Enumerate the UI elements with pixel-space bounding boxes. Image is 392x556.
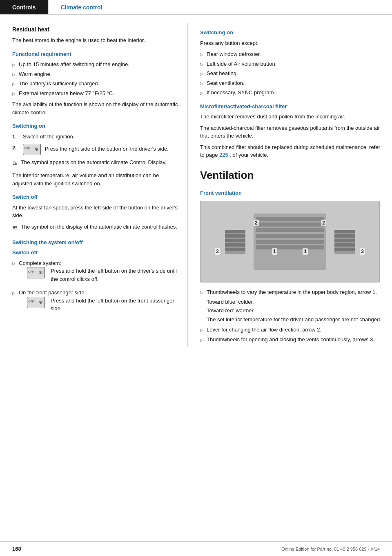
vent-label-3-right: 3 (360, 248, 365, 255)
step-1-text: Switch off the ignition. (23, 133, 74, 141)
complete-system-block: Complete system: Press and hold the left… (19, 259, 179, 287)
vent-sub-items: Toward blue: colder. Toward red: warmer.… (207, 298, 381, 324)
front-passenger-block: On the front passenger side: Press and h… (19, 289, 179, 316)
switching-on-right-title: Switching on (200, 29, 384, 37)
vent-bullet-3: Thumbwheels for opening and closing the … (207, 336, 374, 344)
set-interior: The set interior temperature for the dri… (207, 316, 381, 324)
vent-label-3-left: 3 (215, 248, 220, 255)
switching-item-2: Left side of Air volume button. (207, 60, 276, 68)
microfilter-section: Microfilter/activated-charcoal filter Th… (200, 102, 384, 159)
microfilter-title: Microfilter/activated-charcoal filter (200, 102, 384, 111)
toward-blue: Toward blue: colder. (207, 298, 381, 306)
vent-label-2-right: 2 (321, 220, 326, 226)
symbol-icon: ≋ (12, 223, 18, 233)
functional-req-list: ▷ Up to 15 minutes after switching off t… (12, 60, 179, 97)
step-number: 1. (12, 133, 19, 141)
vent-bullet-1-block: Thumbwheels to vary the temperature in t… (207, 288, 381, 324)
complete-system-sub: Press and hold the left button on the dr… (27, 267, 179, 283)
tab-climate-control[interactable]: Climate control (49, 0, 115, 14)
microfilter-para2: The activated-charcoal filter removes ga… (200, 124, 384, 140)
right-column: Switching on Press any button except: ▷ … (188, 23, 392, 347)
vent-bullet-2: Lever for changing the air flow directio… (207, 326, 321, 334)
main-content: Residual heat The heat stored in the eng… (0, 15, 392, 347)
list-item: ▷ Thumbwheels to vary the temperature in… (200, 288, 384, 324)
func-item-3: The battery is sufficiently charged. (19, 80, 99, 88)
bullet-arrow-icon: ▷ (200, 327, 203, 333)
switching-item-1: Rear window defroster. (207, 50, 261, 58)
thumbwheel-left (225, 230, 245, 254)
switch-off-title: Switch off (12, 193, 179, 201)
bullet-arrow-icon: ▷ (12, 260, 16, 267)
front-ventilation-title: Front ventilation (200, 189, 384, 197)
list-item: ▷ Thumbwheels for opening and closing th… (200, 336, 384, 344)
residual-heat-section: Residual heat The heat stored in the eng… (12, 25, 179, 44)
button-icon (23, 144, 41, 155)
bullet-arrow-icon: ▷ (200, 337, 203, 343)
tab-climate-label: Climate control (61, 4, 102, 11)
tab-controls-label: Controls (12, 4, 36, 11)
microfilter-para3-end: , of your vehicle. (229, 152, 268, 158)
bullet-arrow-icon: ▷ (12, 71, 16, 78)
list-item: 1. Switch off the ignition. (12, 133, 179, 141)
left-column: Residual heat The heat stored in the eng… (0, 23, 188, 347)
switching-item-4: Seat ventilation. (207, 79, 245, 87)
note-symbol-text: The symbol appears on the automatic clim… (21, 158, 167, 167)
list-item: ▷ On the front passenger side: Press and… (12, 289, 179, 316)
symbol-note-text: The symbol on the display of the automat… (21, 223, 177, 231)
note-symbol-line: ≋ The symbol appears on the automatic cl… (12, 158, 179, 168)
button-icon-sub (27, 267, 47, 278)
list-item: ▷ Seat heating. (200, 69, 384, 78)
switching-on-intro: Press any button except: (200, 39, 384, 47)
bullet-arrow-icon: ▷ (12, 91, 16, 97)
residual-heat-title: Residual heat (12, 25, 179, 34)
func-item-4: External temperature below 77 °F/25 °C. (19, 89, 114, 98)
switching-item-5: If necessary, SYNC program. (207, 89, 275, 97)
switching-item-3: Seat heating. (207, 69, 238, 78)
step-number: 2. (12, 144, 19, 152)
vent-bullet-list: ▷ Thumbwheels to vary the temperature in… (200, 288, 384, 343)
toward-red: Toward red: warmer. (207, 307, 381, 315)
vent-label-1-left: 1 (272, 248, 277, 255)
front-passenger-text: Press and hold the left button on the fr… (51, 297, 179, 313)
vent-bullet-1-text: Thumbwheels to vary the temperature in t… (207, 289, 377, 295)
switching-system-title: Switching the system on/off (12, 238, 179, 247)
list-item: ▷ External temperature below 77 °F/25 °C… (12, 89, 179, 98)
microfilter-para1: The microfilter removes dust and pollen … (200, 113, 384, 121)
list-item: ▷ If necessary, SYNC program. (200, 89, 384, 97)
ventilation-section: Ventilation Front ventilation (200, 167, 384, 344)
button-icon (27, 297, 45, 308)
func-item-2: Warm engine. (19, 70, 51, 78)
switching-on-left-title: Switching on (12, 122, 179, 130)
bullet-arrow-icon: ▷ (12, 290, 16, 296)
availability-note: The availability of the function is show… (12, 100, 179, 116)
switch-off-section: Switch off At the lowest fan speed, pres… (12, 193, 179, 233)
front-passenger-label: On the front passenger side: (19, 289, 86, 296)
tab-controls[interactable]: Controls (0, 0, 48, 14)
list-item: ▷ Rear window defroster. (200, 50, 384, 58)
bullet-arrow-icon: ▷ (200, 61, 203, 67)
symbol-icon: ≋ (12, 158, 18, 168)
bullet-arrow-icon: ▷ (200, 90, 203, 96)
list-item: ▷ Left side of Air volume button. (200, 60, 384, 68)
bullet-arrow-icon: ▷ (200, 80, 203, 87)
list-item: ▷ Up to 15 minutes after switching off t… (12, 60, 179, 69)
microfilter-page-link[interactable]: 225 (219, 152, 228, 158)
button-icon-sub2 (27, 297, 47, 308)
page-footer: 168 Online Edition for Part no. 01 40 2 … (0, 541, 392, 556)
list-item: ▷ The battery is sufficiently charged. (12, 80, 179, 88)
front-ventilation-diagram: 1 1 2 2 3 3 (200, 201, 380, 282)
bullet-arrow-icon: ▷ (200, 71, 203, 77)
switching-on-right-section: Switching on Press any button except: ▷ … (200, 29, 384, 97)
system-switch-off-title: Switch off (12, 249, 179, 257)
system-bullet-list: ▷ Complete system: Press and hold the le… (12, 259, 179, 316)
switch-off-desc: At the lowest fan speed, press the left … (12, 204, 179, 220)
bullet-arrow-icon: ▷ (12, 81, 16, 87)
switching-on-right-list: ▷ Rear window defroster. ▷ Left side of … (200, 50, 384, 97)
page-header: Controls Climate control (0, 0, 392, 15)
list-item: ▷ Seat ventilation. (200, 79, 384, 87)
bullet-arrow-icon: ▷ (200, 51, 203, 58)
step-2-content: Press the right side of the button on th… (23, 144, 169, 155)
button-icon (27, 267, 45, 278)
complete-system-text: Press and hold the left button on the dr… (51, 267, 179, 283)
functional-req-title: Functional requirement (12, 50, 179, 58)
